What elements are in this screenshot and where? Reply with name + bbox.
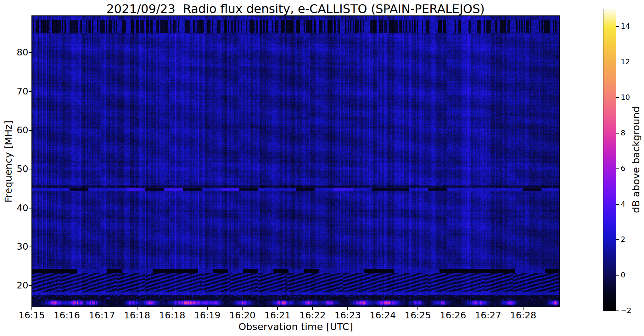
y-tick-label: 70 xyxy=(17,87,28,96)
x-tick-label: 16:15 xyxy=(19,311,45,320)
x-tick-mark xyxy=(488,307,488,310)
x-tick-mark xyxy=(347,307,348,310)
colorbar-tick-mark xyxy=(616,204,619,205)
x-tick-label: 16:23 xyxy=(334,311,361,320)
y-axis-label: Frequency [MHz] xyxy=(3,121,14,203)
spectrogram-figure: 2021/09/23 Radio flux density, e-CALLIST… xyxy=(0,0,644,336)
colorbar-tick-mark xyxy=(616,310,619,311)
colorbar-tick-label: 0 xyxy=(621,271,625,279)
x-tick-mark xyxy=(417,307,418,310)
spectrogram-canvas xyxy=(32,16,559,307)
colorbar-tick-label: 6 xyxy=(621,165,625,172)
x-tick-label: 16:18 xyxy=(124,311,150,320)
x-tick-label: 16:17 xyxy=(89,311,115,320)
x-tick-label: 16:16 xyxy=(54,311,80,320)
x-tick-mark xyxy=(277,307,278,310)
y-tick-mark xyxy=(29,91,31,92)
colorbar-tick-mark xyxy=(616,62,619,62)
x-tick-mark xyxy=(67,307,67,310)
x-tick-label: 16:24 xyxy=(370,311,396,320)
colorbar-tick-mark xyxy=(616,168,619,169)
y-tick-mark xyxy=(29,52,31,53)
y-tick-label: 60 xyxy=(17,126,28,135)
x-tick-label: 16:18 xyxy=(159,311,185,320)
colorbar-tick-label: 10 xyxy=(621,94,630,101)
y-tick-mark xyxy=(29,169,31,169)
y-tick-label: 30 xyxy=(17,242,28,251)
colorbar-label: dB above background xyxy=(630,106,641,213)
x-tick-label: 16:19 xyxy=(194,311,221,320)
colorbar-tick-label: 4 xyxy=(621,201,625,208)
y-tick-mark xyxy=(29,208,31,208)
x-tick-label: 16:22 xyxy=(300,311,326,320)
y-tick-label: 80 xyxy=(17,48,28,57)
x-tick-mark xyxy=(172,307,172,310)
x-tick-label: 16:28 xyxy=(510,311,536,320)
x-tick-mark xyxy=(31,307,32,310)
x-tick-label: 16:26 xyxy=(440,311,466,320)
y-tick-label: 40 xyxy=(17,203,28,213)
y-tick-label: 50 xyxy=(17,164,28,174)
x-axis-label: Observation time [UTC] xyxy=(238,321,353,332)
x-tick-label: 16:21 xyxy=(264,311,291,320)
colorbar-tick-mark xyxy=(616,26,619,27)
colorbar-tick-mark xyxy=(616,275,619,276)
x-tick-label: 16:27 xyxy=(475,311,501,320)
colorbar-tick-label: 14 xyxy=(621,23,630,30)
colorbar-tick-label: 12 xyxy=(621,58,630,65)
x-tick-mark xyxy=(137,307,137,310)
y-tick-label: 20 xyxy=(17,281,28,290)
x-tick-label: 16:25 xyxy=(405,311,431,320)
x-tick-mark xyxy=(207,307,208,310)
y-tick-mark xyxy=(29,247,31,247)
x-tick-label: 16:20 xyxy=(229,311,256,320)
colorbar-tick-label: 8 xyxy=(621,129,625,137)
chart-title: 2021/09/23 Radio flux density, e-CALLIST… xyxy=(32,2,559,16)
x-tick-mark xyxy=(383,307,383,310)
colorbar-gradient xyxy=(603,9,616,311)
colorbar-tick-mark xyxy=(616,133,619,134)
x-tick-mark xyxy=(242,307,243,310)
x-tick-mark xyxy=(102,307,102,310)
y-tick-mark xyxy=(29,285,31,286)
colorbar-tick-label: −2 xyxy=(621,307,631,314)
y-tick-mark xyxy=(29,130,31,131)
colorbar-tick-mark xyxy=(616,239,619,240)
colorbar-tick-label: 2 xyxy=(621,236,625,243)
x-tick-mark xyxy=(523,307,524,310)
colorbar-tick-mark xyxy=(616,97,619,98)
x-tick-mark xyxy=(312,307,313,310)
x-tick-mark xyxy=(453,307,453,310)
